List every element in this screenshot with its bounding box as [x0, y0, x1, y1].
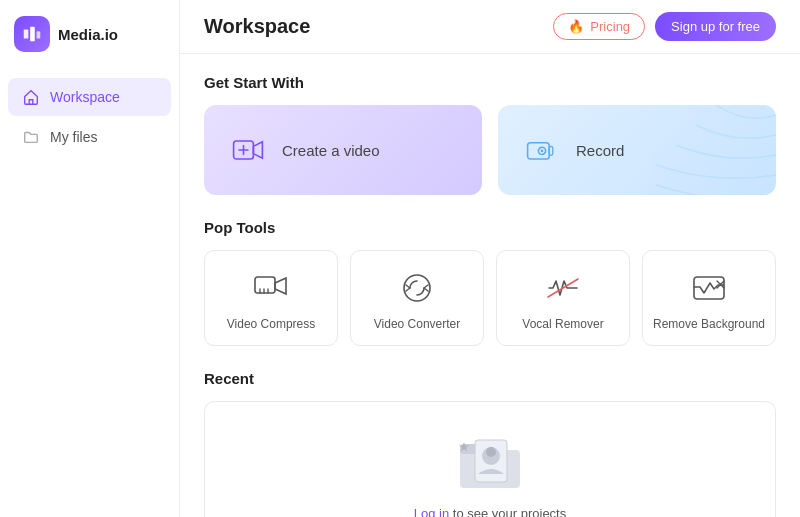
- recent-section: Recent: [204, 370, 776, 517]
- main-content: Workspace 🔥 Pricing Sign up for free Get…: [180, 0, 800, 517]
- svg-point-6: [541, 150, 544, 153]
- get-start-row: Create a video: [204, 105, 776, 195]
- video-compress-card[interactable]: Video Compress: [204, 250, 338, 346]
- login-link[interactable]: Log in: [414, 506, 449, 517]
- sidebar-myfiles-label: My files: [50, 129, 97, 145]
- vocal-remover-icon: [544, 269, 582, 307]
- svg-rect-10: [694, 277, 724, 299]
- video-converter-card[interactable]: Video Converter: [350, 250, 484, 346]
- record-label: Record: [576, 142, 624, 159]
- recent-empty-suffix: to see your projects: [449, 506, 566, 517]
- top-bar: Workspace 🔥 Pricing Sign up for free: [180, 0, 800, 54]
- video-converter-label: Video Converter: [374, 317, 461, 331]
- create-video-card[interactable]: Create a video: [204, 105, 482, 195]
- content-area: Get Start With Create a video: [180, 54, 800, 517]
- svg-rect-8: [255, 277, 275, 293]
- pricing-button[interactable]: 🔥 Pricing: [553, 13, 645, 40]
- sidebar: Media.io Workspace My files: [0, 0, 180, 517]
- page-title: Workspace: [204, 15, 310, 38]
- app-logo-icon: [14, 16, 50, 52]
- svg-rect-1: [30, 27, 35, 42]
- svg-rect-0: [24, 29, 29, 38]
- sidebar-nav: Workspace My files: [0, 68, 179, 166]
- svg-rect-2: [37, 31, 41, 38]
- remove-background-label: Remove Background: [653, 317, 765, 331]
- pricing-label: Pricing: [590, 19, 630, 34]
- app-name: Media.io: [58, 26, 118, 43]
- svg-point-16: [486, 447, 496, 457]
- sidebar-item-myfiles[interactable]: My files: [8, 118, 171, 156]
- remove-background-icon: [690, 269, 728, 307]
- remove-background-card[interactable]: Remove Background: [642, 250, 776, 346]
- record-icon: [522, 130, 562, 170]
- svg-point-9: [404, 275, 430, 301]
- create-video-label: Create a video: [282, 142, 380, 159]
- sidebar-workspace-label: Workspace: [50, 89, 120, 105]
- signup-button[interactable]: Sign up for free: [655, 12, 776, 41]
- vocal-remover-card[interactable]: Vocal Remover: [496, 250, 630, 346]
- sidebar-item-workspace[interactable]: Workspace: [8, 78, 171, 116]
- video-compress-label: Video Compress: [227, 317, 316, 331]
- recent-title: Recent: [204, 370, 776, 387]
- record-card[interactable]: Record: [498, 105, 776, 195]
- create-video-icon: [228, 130, 268, 170]
- recent-box: Log in to see your projects: [204, 401, 776, 517]
- empty-illustration: [450, 422, 530, 494]
- home-icon: [22, 88, 40, 106]
- fire-icon: 🔥: [568, 19, 584, 34]
- folder-icon: [22, 128, 40, 146]
- pop-tools-section: Pop Tools Video Compress: [204, 219, 776, 346]
- pop-tools-row: Video Compress Video Converter: [204, 250, 776, 346]
- pop-tools-title: Pop Tools: [204, 219, 776, 236]
- recent-empty-text: Log in to see your projects: [414, 506, 566, 517]
- video-compress-icon: [252, 269, 290, 307]
- logo-area: Media.io: [0, 0, 179, 68]
- get-start-section: Get Start With Create a video: [204, 74, 776, 195]
- record-deco: [656, 105, 776, 195]
- svg-rect-7: [549, 146, 553, 155]
- top-bar-actions: 🔥 Pricing Sign up for free: [553, 12, 776, 41]
- vocal-remover-label: Vocal Remover: [522, 317, 603, 331]
- get-start-title: Get Start With: [204, 74, 776, 91]
- video-converter-icon: [398, 269, 436, 307]
